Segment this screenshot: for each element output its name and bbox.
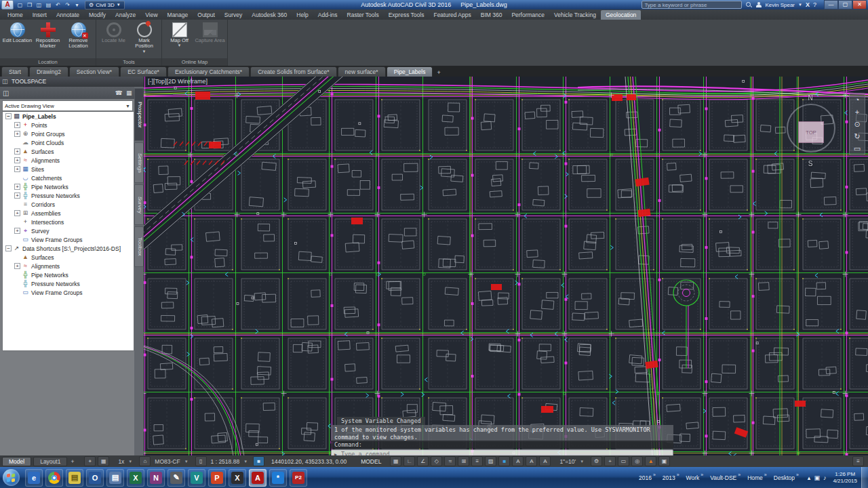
ribbon-tab-express-tools[interactable]: Express Tools [384, 10, 429, 20]
file-tab-drawing2[interactable]: Drawing2 [29, 66, 68, 77]
workspace-switcher[interactable]: ⚙ Civil 3D ▼ [85, 1, 125, 9]
isodraft-icon[interactable]: ◇ [431, 456, 442, 466]
expand-icon[interactable]: + [14, 122, 20, 128]
zoom-factor-control[interactable]: 1x▼ [116, 458, 132, 465]
switch-space-icon[interactable]: ■ [498, 456, 510, 466]
tree-item-pressure-networks[interactable]: ╬Pressure Networks [3, 279, 134, 288]
plot-icon[interactable]: ▤ [45, 1, 52, 9]
taskbar-app-civil-3d[interactable]: * [269, 469, 287, 487]
tree-item-pipe-networks[interactable]: +╬Pipe Networks [3, 182, 134, 191]
pan-icon[interactable]: + [855, 108, 859, 116]
panel-grid-icon[interactable]: ▦ [126, 89, 132, 96]
tree-item-intersections[interactable]: +Intersections [3, 218, 134, 226]
edit-location-button[interactable]: Edit Location [2, 20, 33, 43]
file-tab-exclusionary-catchments[interactable]: Exclusionary Catchments* [167, 66, 250, 77]
zoom-icon[interactable]: ⊙ [854, 120, 860, 128]
taskbar-app-onenote[interactable]: N [147, 469, 165, 487]
search-icon[interactable] [745, 1, 752, 8]
ribbon-tab-geolocation[interactable]: Geolocation [601, 10, 641, 20]
ribbon-tab-performance[interactable]: Performance [507, 10, 549, 20]
tree-item-alignments[interactable]: +≈Alignments [3, 156, 134, 165]
infocenter-search-input[interactable] [642, 1, 742, 9]
drawing-canvas[interactable]: [-][Top][2D Wireframe] N TOP S ◔ + ⊙ ↻ ▭… [144, 77, 868, 455]
model-space-drawing[interactable] [144, 77, 868, 455]
compass-south-label[interactable]: S [808, 160, 813, 167]
expand-icon[interactable]: + [14, 148, 20, 155]
taskbar-app-sticky-notes[interactable]: ▤ [66, 469, 83, 487]
viewcube[interactable]: N TOP S [785, 94, 835, 167]
expand-icon[interactable]: + [14, 166, 20, 172]
autoscale-icon[interactable]: A [526, 456, 537, 466]
ribbon-tab-bim-360[interactable]: BIM 360 [476, 10, 507, 20]
taskbar-app-chrome[interactable] [45, 469, 63, 487]
taskbar-app-excel[interactable]: X [127, 469, 144, 487]
expand-icon[interactable]: + [14, 210, 20, 216]
lineweight-icon[interactable]: ≡ [471, 456, 483, 466]
annotation-scale-control[interactable]: 1"=10'▼ [557, 458, 584, 465]
tree-item-surfaces[interactable]: ▲Surfaces [3, 253, 134, 262]
ribbon-tab-raster-tools[interactable]: Raster Tools [342, 10, 384, 20]
taskbar-toolbar-desktop[interactable]: Desktop» [772, 474, 801, 481]
toolspace-tab-toolbox[interactable]: Toolbox [134, 226, 144, 267]
ribbon-tab-output[interactable]: Output [193, 10, 220, 20]
layout-tab-layout1[interactable]: Layout1 [33, 457, 67, 466]
taskbar-app-design-review[interactable]: ✎ [167, 469, 185, 487]
app-logo-icon[interactable]: A [1, 0, 14, 9]
taskbar-toolbar-2016[interactable]: 2016» [637, 474, 658, 481]
taskbar-app-vault[interactable]: V [188, 469, 205, 487]
tree-item-view-frame-groups[interactable]: ▭View Frame Groups [3, 235, 134, 244]
ribbon-tab-annotate[interactable]: Annotate [52, 10, 84, 20]
ribbon-tab-manage[interactable]: Manage [163, 10, 193, 20]
expand-icon[interactable]: + [14, 228, 20, 234]
taskbar-app-outlook[interactable]: O [86, 469, 104, 487]
expand-icon[interactable]: + [14, 131, 20, 137]
ribbon-tab-featured-apps[interactable]: Featured Apps [429, 10, 475, 20]
ribbon-tab-home[interactable]: Home [3, 10, 28, 20]
coordinate-system-control[interactable]: ⌂MO83-CF▼ [139, 456, 188, 466]
transparency-icon[interactable]: ▨ [485, 456, 496, 466]
ribbon-tab-survey[interactable]: Survey [220, 10, 247, 20]
tree-item-pipe-labels[interactable]: −▤Pipe_Labels [3, 112, 134, 121]
taskbar-app-powerpoint[interactable]: P [208, 469, 226, 487]
status-tool-icon-0[interactable]: ⌖ [84, 456, 96, 466]
toolspace-tab-survey[interactable]: Survey [134, 184, 144, 225]
ortho-icon[interactable]: ∟ [403, 456, 415, 466]
compass-north-label[interactable]: N [808, 94, 812, 102]
qat-dropdown-icon[interactable]: ▾ [73, 1, 81, 9]
customize-wrench-icon[interactable]: ▸ [332, 451, 340, 456]
polar-icon[interactable]: ∠ [417, 456, 429, 466]
viewport-controls[interactable]: [-][Top][2D Wireframe] [148, 78, 208, 85]
new-icon[interactable]: ▢ [16, 1, 24, 9]
reposition-marker-button[interactable]: Reposition Marker [33, 20, 63, 49]
tray-icon-0[interactable]: ▴ [808, 474, 811, 481]
redo-icon[interactable]: ↷ [64, 1, 71, 9]
tree-item-assemblies[interactable]: +⊞Assemblies [3, 209, 134, 218]
new-drawing-tab-button[interactable]: + [433, 68, 443, 77]
remove-location-button[interactable]: ✕Remove Location [63, 20, 94, 49]
tree-item-corridors[interactable]: ≡Corridors [3, 200, 134, 209]
ribbon-tab-help[interactable]: Help [292, 10, 313, 20]
collapse-icon[interactable]: − [5, 245, 12, 251]
close-button[interactable]: ✕ [852, 0, 867, 9]
taskbar-clock[interactable]: 1:26 PM4/21/2015 [833, 471, 857, 484]
expand-icon[interactable]: + [14, 157, 20, 163]
annotation-monitor-icon[interactable]: A [539, 456, 551, 466]
collapse-icon[interactable]: − [5, 113, 12, 119]
map-off-button[interactable]: Map Off▼ [164, 20, 195, 48]
file-tab-new-surface[interactable]: new surface* [338, 66, 386, 77]
maximize-button[interactable]: ▢ [838, 0, 852, 9]
showmotion-icon[interactable]: ▭ [854, 144, 861, 152]
annotation-monitor-plus-icon[interactable]: + [604, 456, 616, 466]
toolspace-tab-prospector[interactable]: Prospector [134, 88, 144, 141]
help-icon[interactable]: ? [813, 1, 816, 8]
tree-item-data-shortcuts-s-projects-2016-ds[interactable]: −↗Data Shortcuts [S:\_Projects\2016-DS] [3, 244, 134, 253]
ribbon-tab-vehicle-tracking[interactable]: Vehicle Tracking [549, 10, 601, 20]
tree-item-alignments[interactable]: +≈Alignments [3, 262, 134, 270]
item-view-icon[interactable]: ◫ [3, 89, 9, 97]
ribbon-tab-analyze[interactable]: Analyze [111, 10, 140, 20]
taskbar-toolbar-vault-dse[interactable]: Vault-DSE» [708, 474, 743, 481]
taskbar-app-wordpad[interactable]: ▤ [106, 469, 124, 487]
tree-item-point-clouds[interactable]: ☁Point Clouds [3, 138, 134, 147]
graphics-performance-icon[interactable]: ▲ [645, 456, 656, 466]
undo-icon[interactable]: ↶ [54, 1, 62, 9]
